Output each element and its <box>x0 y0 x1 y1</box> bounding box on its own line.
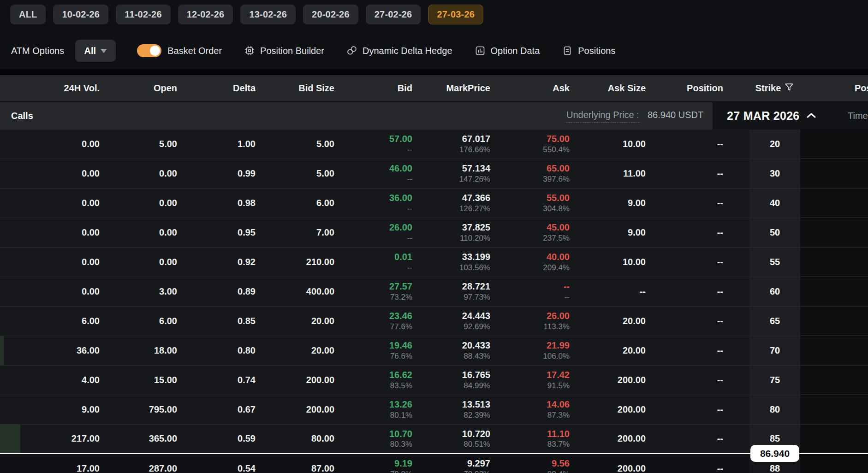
header-puts-clipped: Pos <box>800 83 868 94</box>
cell-ask[interactable]: 55.00304.8% <box>490 189 570 218</box>
toggle-knob <box>150 46 160 56</box>
cell-ask-size: 9.00 <box>570 218 646 247</box>
cell-open: 287.00 <box>100 454 177 473</box>
cell-open: 18.00 <box>100 336 177 365</box>
option-row[interactable]: 0.00 0.00 0.98 6.00 36.00-- 47.366126.27… <box>0 189 868 218</box>
basket-order-label: Basket Order <box>167 46 222 56</box>
cell-bid[interactable]: 10.7080.3% <box>334 425 412 453</box>
cell-puts-strip <box>800 218 868 247</box>
cell-mark-price: 20.43388.43% <box>412 336 490 365</box>
calls-section-row: Calls Underlying Price : 86.940 USDT 27 … <box>0 102 868 130</box>
positions-button[interactable]: Positions <box>562 45 615 56</box>
option-row[interactable]: 36.00 18.00 0.80 20.00 19.4676.6% 20.433… <box>0 336 868 366</box>
cell-bid[interactable]: 27.5773.2% <box>334 277 412 306</box>
cell-delta: 0.95 <box>177 218 256 247</box>
cell-ask[interactable]: 14.0687.3% <box>490 395 570 424</box>
cell-ask[interactable]: 17.4291.5% <box>490 366 570 395</box>
option-row[interactable]: 0.00 5.00 1.00 5.00 57.00-- 67.017176.66… <box>0 130 868 159</box>
cell-strike: 50 <box>749 218 800 247</box>
cell-ask[interactable]: 65.00397.6% <box>490 159 570 188</box>
cell-ask[interactable]: 11.1083.7% <box>490 425 570 453</box>
option-data-button[interactable]: Option Data <box>475 45 540 56</box>
option-row[interactable]: 9.00 795.00 0.67 200.00 13.2680.1% 13.51… <box>0 395 868 425</box>
cell-bid[interactable]: 46.00-- <box>334 159 412 188</box>
cell-ask[interactable]: 40.00209.4% <box>490 248 570 277</box>
cell-ask[interactable]: 75.00550.4% <box>490 130 570 159</box>
header-ask: Ask <box>490 83 570 94</box>
option-row[interactable]: 6.00 6.00 0.85 20.00 23.4677.6% 24.44392… <box>0 307 868 336</box>
cell-ask[interactable]: 21.99106.0% <box>490 336 570 365</box>
cell-puts-strip <box>800 395 868 424</box>
cell-bid[interactable]: 9.1979.0% <box>334 454 412 473</box>
bar-chart-icon <box>475 45 486 56</box>
option-row[interactable]: 0.00 0.00 0.92 210.00 0.01-- 33.199103.5… <box>0 248 868 277</box>
cell-delta: 0.99 <box>177 159 256 188</box>
cell-ask[interactable]: 45.00237.5% <box>490 218 570 247</box>
position-builder-button[interactable]: Position Builder <box>244 45 324 56</box>
option-row[interactable]: 17.00 287.00 0.54 87.00 9.1979.0% 9.2977… <box>0 454 868 473</box>
cell-ask-size: 200.00 <box>570 366 646 395</box>
basket-order-toggle[interactable] <box>137 44 161 57</box>
filter-funnel-icon[interactable] <box>784 82 794 95</box>
cell-position: -- <box>646 366 723 395</box>
cell-puts-strip <box>800 307 868 336</box>
cell-delta: 0.85 <box>177 307 256 336</box>
basket-order-group: Basket Order <box>137 44 222 57</box>
cell-bid[interactable]: 57.00-- <box>334 130 412 159</box>
time-column-clipped: Time <box>848 102 868 130</box>
cell-gap <box>723 277 749 306</box>
date-tab-all[interactable]: ALL <box>10 5 46 24</box>
cell-open: 15.00 <box>100 366 177 395</box>
cell-position: -- <box>646 189 723 218</box>
option-row[interactable]: 0.00 3.00 0.89 400.00 27.5773.2% 28.7219… <box>0 277 868 307</box>
cell-open: 0.00 <box>100 218 177 247</box>
cell-bid[interactable]: 13.2680.1% <box>334 395 412 424</box>
cell-gap <box>723 366 749 395</box>
cell-open: 3.00 <box>100 277 177 306</box>
cell-bid[interactable]: 19.4676.6% <box>334 336 412 365</box>
option-row[interactable]: 0.00 0.00 0.99 5.00 46.00-- 57.134147.26… <box>0 159 868 189</box>
rings-icon <box>346 45 357 56</box>
cell-bid[interactable]: 16.6283.5% <box>334 366 412 395</box>
date-tab-12-02-26[interactable]: 12-02-26 <box>178 5 233 24</box>
cell-puts-strip <box>800 336 868 365</box>
cell-puts-strip <box>800 425 868 453</box>
cell-bid[interactable]: 36.00-- <box>334 189 412 218</box>
cell-mark-price: 33.199103.56% <box>412 248 490 277</box>
expiry-dropdown[interactable]: 27 MAR 2026 <box>727 102 816 130</box>
date-tab-20-02-26[interactable]: 20-02-26 <box>303 5 358 24</box>
cell-ask[interactable]: ---- <box>490 277 570 306</box>
toolbar: ATM Options All Basket Order Position Bu… <box>11 39 637 63</box>
cell-ask[interactable]: 9.5688.4% <box>490 454 570 473</box>
cell-delta: 0.74 <box>177 366 256 395</box>
cell-ask-size: 20.00 <box>570 336 646 365</box>
calls-label: Calls <box>11 102 33 130</box>
cell-bid-size: 200.00 <box>256 395 334 424</box>
cell-puts-strip <box>800 366 868 395</box>
atm-filter-dropdown[interactable]: All <box>75 40 116 62</box>
date-tab-11-02-26[interactable]: 11-02-26 <box>116 5 171 24</box>
date-tab-13-02-26[interactable]: 13-02-26 <box>240 5 296 24</box>
cell-ask[interactable]: 26.00113.3% <box>490 307 570 336</box>
cell-ask-size: 20.00 <box>570 307 646 336</box>
cell-puts-strip <box>800 277 868 306</box>
cell-ask-size: 9.00 <box>570 189 646 218</box>
cell-strike: 80 <box>749 395 800 424</box>
cell-bid[interactable]: 26.00-- <box>334 218 412 247</box>
cell-strike: 30 <box>749 159 800 188</box>
cell-position: -- <box>646 130 723 159</box>
option-row[interactable]: 217.00 365.00 0.59 80.00 10.7080.3% 10.7… <box>0 425 868 454</box>
option-row[interactable]: 4.00 15.00 0.74 200.00 16.6283.5% 16.765… <box>0 366 868 395</box>
cell-ask-size: 10.00 <box>570 130 646 159</box>
cell-bid[interactable]: 23.4677.6% <box>334 307 412 336</box>
cell-ask-size: 200.00 <box>570 425 646 453</box>
option-row[interactable]: 0.00 0.00 0.95 7.00 26.00-- 37.825110.20… <box>0 218 868 248</box>
dynamic-delta-hedge-button[interactable]: Dynamic Delta Hedge <box>346 45 452 56</box>
date-tab-27-02-26[interactable]: 27-02-26 <box>366 5 421 24</box>
cell-bid[interactable]: 0.01-- <box>334 248 412 277</box>
cell-24h-vol: 17.00 <box>0 454 100 473</box>
cell-open: 5.00 <box>100 130 177 159</box>
cell-delta: 0.54 <box>177 454 256 473</box>
date-tab-10-02-26[interactable]: 10-02-26 <box>53 5 108 24</box>
date-tab-27-03-26[interactable]: 27-03-26 <box>428 5 483 24</box>
